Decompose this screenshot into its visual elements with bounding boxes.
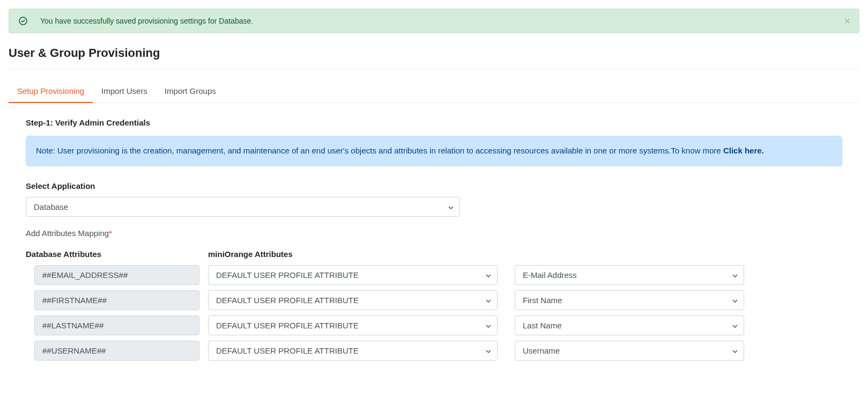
mo-attribute-value-select[interactable]: Username (515, 341, 744, 361)
close-icon: × (844, 15, 850, 27)
success-alert: You have successfully saved provisioning… (9, 9, 859, 33)
tabs: Setup Provisioning Import Users Import G… (9, 80, 859, 103)
tab-setup-provisioning[interactable]: Setup Provisioning (9, 80, 93, 103)
info-note: Note: User provisioning is the creation,… (26, 136, 842, 166)
col-header-mo: miniOrange Attributes (208, 249, 293, 259)
divider (9, 69, 859, 69)
alert-message: You have successfully saved provisioning… (40, 17, 253, 25)
db-attribute-input[interactable] (34, 290, 199, 310)
mapping-row: DEFAULT USER PROFILE ATTRIBUTE E-Mail Ad… (26, 265, 842, 285)
col-header-db: Database Attributes (26, 249, 101, 259)
note-text: Note: User provisioning is the creation,… (36, 146, 723, 155)
mapping-label: Add Attributes Mapping* (26, 229, 842, 238)
step-heading: Step-1: Verify Admin Credentials (26, 118, 842, 127)
db-attribute-input[interactable] (34, 315, 199, 335)
mo-attribute-value-select[interactable]: Last Name (515, 315, 744, 335)
mo-attribute-type-select[interactable]: DEFAULT USER PROFILE ATTRIBUTE (208, 265, 498, 285)
mo-attribute-type-select[interactable]: DEFAULT USER PROFILE ATTRIBUTE (208, 341, 498, 361)
mapping-row: DEFAULT USER PROFILE ATTRIBUTE Last Name (26, 315, 842, 335)
check-circle-icon (19, 17, 27, 25)
select-application-label: Select Application (26, 181, 842, 190)
db-attribute-input[interactable] (34, 341, 199, 361)
tab-import-users[interactable]: Import Users (93, 80, 156, 102)
alert-close-button[interactable]: × (844, 16, 850, 26)
mo-attribute-value-select[interactable]: First Name (515, 290, 744, 310)
mapping-columns-header: Database Attributes miniOrange Attribute… (26, 249, 842, 259)
mapping-row: DEFAULT USER PROFILE ATTRIBUTE Username (26, 341, 842, 361)
db-attribute-input[interactable] (34, 265, 199, 285)
select-application-dropdown[interactable]: Database (26, 197, 460, 217)
page-title: User & Group Provisioning (0, 46, 868, 69)
tab-import-groups[interactable]: Import Groups (156, 80, 225, 102)
mo-attribute-value-select[interactable]: E-Mail Address (515, 265, 744, 285)
note-link[interactable]: Click here. (723, 146, 764, 155)
mo-attribute-type-select[interactable]: DEFAULT USER PROFILE ATTRIBUTE (208, 290, 498, 310)
mo-attribute-type-select[interactable]: DEFAULT USER PROFILE ATTRIBUTE (208, 315, 498, 335)
mapping-row: DEFAULT USER PROFILE ATTRIBUTE First Nam… (26, 290, 842, 310)
